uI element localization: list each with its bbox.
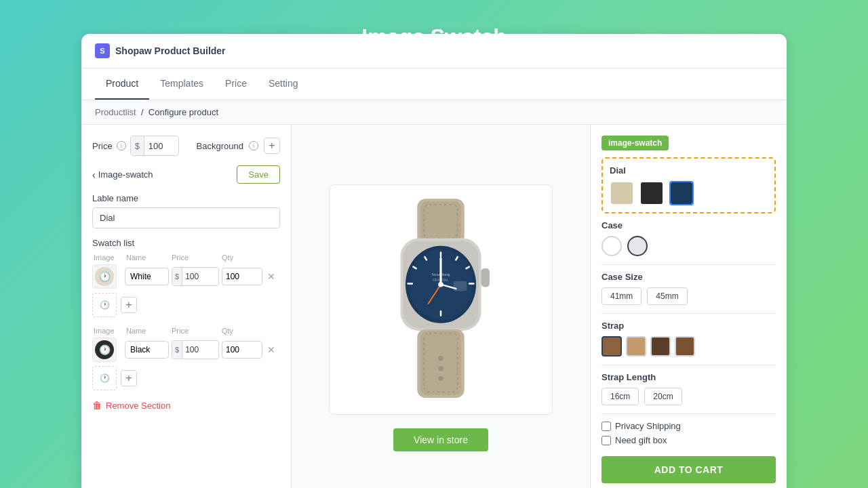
dial-swatch-dark[interactable] <box>639 181 664 205</box>
tab-product[interactable]: Product <box>95 68 149 100</box>
add-to-cart-button[interactable]: ADD TO CART <box>601 456 776 483</box>
trash-icon: 🗑 <box>92 400 102 411</box>
strap-swatch-2[interactable] <box>626 336 646 357</box>
swatch-price-white[interactable] <box>182 272 208 281</box>
tab-templates[interactable]: Templates <box>149 68 214 100</box>
tab-price[interactable]: Price <box>214 68 258 100</box>
content-layout: Price i $ Background i + ‹ Image-sw <box>81 125 787 488</box>
swatch-name-white[interactable] <box>125 268 169 285</box>
back-section-name: Image-swatch <box>98 169 153 180</box>
divider-4 <box>601 413 776 414</box>
back-button[interactable]: ‹ Image-swatch <box>92 169 153 180</box>
swatch-add-black[interactable]: + <box>121 370 137 386</box>
price-info-icon[interactable]: i <box>117 141 126 150</box>
svg-rect-10 <box>407 283 413 284</box>
col-price-1: Price <box>172 253 219 262</box>
remove-section[interactable]: 🗑 Remove Section <box>92 400 280 411</box>
swatch-dollar-black: $ <box>172 341 182 359</box>
swatch-placeholder-black[interactable]: 🕐 <box>92 366 117 390</box>
nav-tabs: Product Templates Price Setting <box>81 68 787 100</box>
col-price-2: Price <box>172 327 219 335</box>
case-size-section: Case Size 41mm 45mm <box>601 272 776 305</box>
svg-point-19 <box>438 282 443 287</box>
swatch-table-header-2: Image Name Price Qty <box>92 327 280 335</box>
page-title: Image Swatch <box>361 24 506 49</box>
dial-label: Dial <box>610 165 768 176</box>
swatch-add-white[interactable]: + <box>121 297 137 313</box>
swatch-row-black: 🕐 $ ✕ <box>92 338 280 362</box>
case-size-label: Case Size <box>601 272 776 282</box>
price-dollar-sign: $ <box>131 136 144 155</box>
case-section: Case <box>601 220 776 256</box>
case-swatches <box>601 236 776 256</box>
swatch-qty-black[interactable] <box>222 341 262 359</box>
app-logo: S <box>95 43 110 58</box>
remove-section-label: Remove Section <box>106 401 170 411</box>
tab-setting[interactable]: Setting <box>258 68 309 100</box>
price-label: Price <box>92 141 113 151</box>
app-name: Shopaw Product Builder <box>115 45 226 56</box>
svg-point-27 <box>438 366 443 371</box>
divider-2 <box>601 313 776 314</box>
price-input-wrap: $ <box>130 136 179 156</box>
case-swatch-silver[interactable] <box>627 236 648 256</box>
strap-swatches <box>601 336 776 357</box>
col-qty-2: Qty <box>222 327 262 335</box>
background-add-button[interactable]: + <box>264 138 280 154</box>
case-swatch-white[interactable] <box>601 236 622 256</box>
case-size-41mm[interactable]: 41mm <box>601 287 642 305</box>
watch-image-container: Strandberg ORIGINAL <box>329 184 553 415</box>
swatch-price-wrap-black: $ <box>172 340 219 359</box>
swatch-price-wrap-white: $ <box>172 267 219 286</box>
need-gift-box-checkbox[interactable] <box>601 436 611 445</box>
col-name-2: Name <box>126 327 169 335</box>
case-size-45mm[interactable]: 45mm <box>647 287 687 305</box>
background-label: Background <box>197 141 243 151</box>
label-name-input[interactable] <box>92 207 280 228</box>
dial-swatch-ivory[interactable] <box>610 181 634 205</box>
strap-length-buttons: 16cm 20cm <box>601 388 776 405</box>
swatch-qty-white[interactable] <box>222 268 262 285</box>
breadcrumb-current: Configure product <box>149 107 218 117</box>
case-size-buttons: 41mm 45mm <box>601 287 776 305</box>
strap-swatch-1[interactable] <box>601 336 622 357</box>
breadcrumb-parent[interactable]: Productlist <box>95 107 136 117</box>
svg-rect-20 <box>454 281 467 291</box>
right-panel: image-swatch Dial Blue $120 <box>590 125 787 488</box>
view-store-button[interactable]: View in store <box>393 428 488 451</box>
case-label: Case <box>601 220 776 230</box>
svg-point-28 <box>438 376 443 381</box>
swatch-row-white: 🕐 $ ✕ <box>92 264 280 289</box>
swatch-price-black[interactable] <box>182 345 208 354</box>
strap-length-section: Strap Length 16cm 20cm <box>601 372 776 405</box>
swatch-add-row-white: 🕐 + <box>92 293 280 317</box>
need-gift-box-label: Need gift box <box>615 435 667 445</box>
strap-swatch-4[interactable] <box>675 336 695 357</box>
swatch-delete-black[interactable]: ✕ <box>265 344 277 356</box>
swatch-image-white[interactable]: 🕐 <box>92 264 117 289</box>
swatch-delete-white[interactable]: ✕ <box>265 270 277 283</box>
swatch-name-black[interactable] <box>125 341 169 359</box>
swatch-color-black: 🕐 <box>95 340 114 359</box>
svg-rect-9 <box>440 310 441 317</box>
col-image-1: Image <box>94 253 123 262</box>
svg-point-26 <box>438 356 443 361</box>
strap-20cm[interactable]: 20cm <box>644 388 682 405</box>
middle-panel: Strandberg ORIGINAL View in store <box>292 125 590 488</box>
swatch-placeholder-white[interactable]: 🕐 <box>92 293 117 317</box>
dial-selection-box: Dial Blue $120 <box>601 157 776 214</box>
strap-16cm[interactable]: 16cm <box>601 388 639 405</box>
strap-swatch-3[interactable] <box>650 336 671 357</box>
swatch-image-black[interactable]: 🕐 <box>92 338 117 362</box>
svg-rect-24 <box>420 331 461 395</box>
back-arrow-icon: ‹ <box>92 169 96 180</box>
swatch-table-header-1: Image Name Price Qty <box>92 253 280 262</box>
background-info-icon[interactable]: i <box>249 141 258 150</box>
divider-3 <box>601 365 776 365</box>
dial-swatch-blue[interactable]: Blue $120 <box>669 181 694 205</box>
save-button[interactable]: Save <box>237 165 280 184</box>
price-input[interactable] <box>144 141 178 151</box>
privacy-shipping-checkbox[interactable] <box>601 422 611 431</box>
col-name-1: Name <box>126 253 169 262</box>
strap-label: Strap <box>601 321 776 331</box>
